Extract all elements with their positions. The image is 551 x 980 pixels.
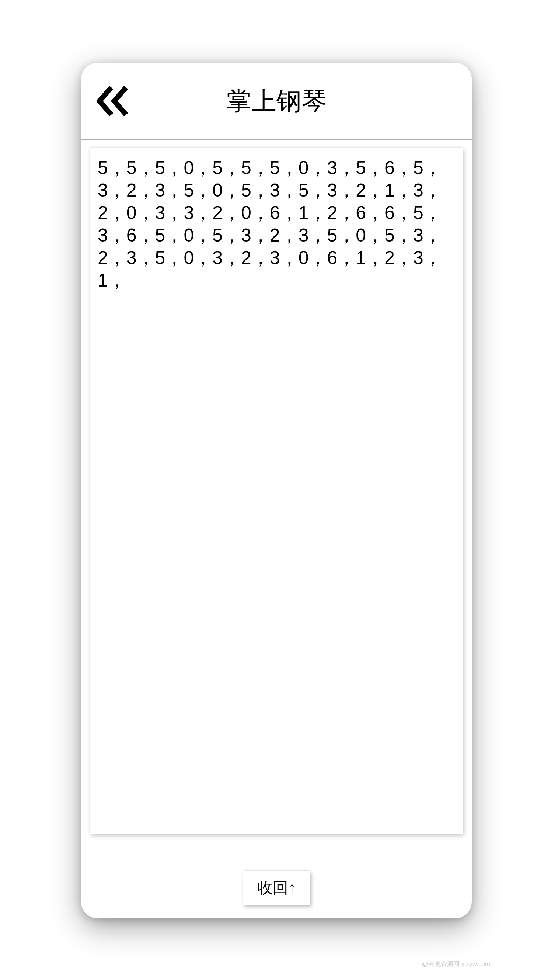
watermark: @云帆资源网 yfzyw.com (422, 960, 490, 968)
back-button[interactable] (96, 84, 133, 118)
notation-panel: 5，5，5，0，5，5，5，0，3，5，6，5，3，2，3，5，0，5，3，5，… (90, 148, 462, 834)
page-title: 掌上钢琴 (96, 84, 457, 118)
notation-text: 5，5，5，0，5，5，5，0，3，5，6，5，3，2，3，5，0，5，3，5，… (98, 157, 455, 292)
collapse-button[interactable]: 收回↑ (243, 871, 310, 905)
header: 掌上钢琴 (81, 63, 472, 140)
double-chevron-left-icon (96, 84, 133, 118)
content-wrapper: 5，5，5，0，5，5，5，0，3，5，6，5，3，2，3，5，0，5，3，5，… (81, 140, 472, 918)
app-container: 掌上钢琴 5，5，5，0，5，5，5，0，3，5，6，5，3，2，3，5，0，5… (81, 63, 472, 918)
